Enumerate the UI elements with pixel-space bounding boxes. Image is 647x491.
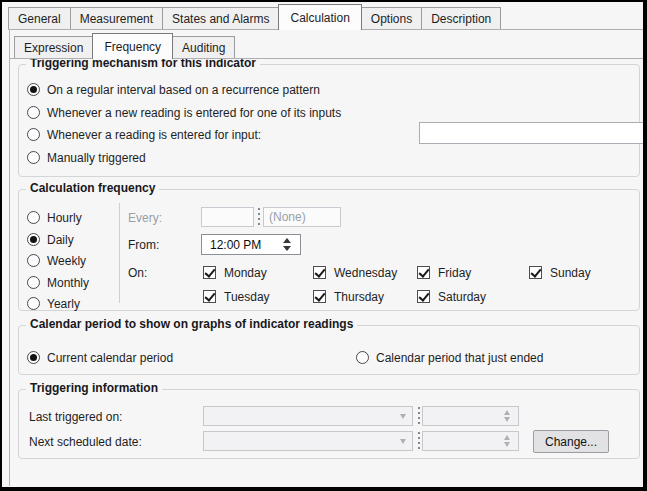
next-scheduled-label: Next scheduled date: [29,434,142,449]
checkbox-monday-row[interactable]: Monday [203,265,267,280]
checkbox-thursday-row[interactable]: Thursday [313,289,384,304]
main-tab-bar: General Measurement States and Alarms Ca… [8,4,643,29]
checkbox-friday-row[interactable]: Friday [417,265,471,280]
spin-up-icon[interactable] [283,238,291,243]
dotted-divider [258,208,260,226]
tab-states-and-alarms-label: States and Alarms [172,12,269,26]
checkbox-sunday[interactable] [529,266,542,279]
spin-up-icon [504,435,510,440]
radio-row-regular-interval[interactable]: On a regular interval based on a recurre… [27,82,320,97]
radio-label[interactable]: Current calendar period [47,351,173,365]
change-button[interactable]: Change... [533,430,609,453]
radio-label[interactable]: Whenever a new reading is entered for on… [47,106,341,120]
tab-auditing-label: Auditing [182,41,225,55]
from-label: From: [128,237,159,252]
checkbox-label[interactable]: Saturday [438,290,486,304]
tab-options-label: Options [371,12,412,26]
checkbox-saturday-row[interactable]: Saturday [417,289,486,304]
tab-measurement[interactable]: Measurement [70,7,163,29]
vertical-divider [119,203,120,303]
from-time-spinner[interactable]: 12:00 PM [201,234,301,255]
tab-frequency-label: Frequency [104,40,161,54]
radio-label[interactable]: Whenever a reading is entered for input: [47,128,261,142]
group-title: Calendar period to show on graphs of ind… [26,317,357,331]
tab-general-label: General [18,12,61,26]
spinner-arrows [504,432,510,450]
radio-row-current-period[interactable]: Current calendar period [27,350,173,365]
radio-label[interactable]: Hourly [47,211,82,225]
radio-period-just-ended[interactable] [356,351,369,364]
tab-general[interactable]: General [8,7,71,29]
input-reading-source-field[interactable] [419,122,643,144]
radio-row-daily[interactable]: Daily [27,232,74,247]
radio-regular-interval[interactable] [27,83,40,96]
checkbox-friday[interactable] [417,266,430,279]
from-label-text: From: [128,238,159,252]
next-scheduled-label-text: Next scheduled date: [29,435,142,449]
checkbox-sunday-row[interactable]: Sunday [529,265,591,280]
every-label-text: Every: [128,211,162,225]
next-scheduled-date-dropdown [203,431,413,451]
checkbox-tuesday[interactable] [203,290,216,303]
radio-current-period[interactable] [27,351,40,364]
sub-tab-bar: Expression Frequency Auditing [14,31,643,58]
checkbox-wednesday[interactable] [313,266,326,279]
radio-hourly[interactable] [27,211,40,224]
radio-reading-for-input[interactable] [27,128,40,141]
spin-down-icon [504,417,510,422]
checkbox-wednesday-row[interactable]: Wednesday [313,265,397,280]
checkbox-monday[interactable] [203,266,216,279]
radio-manually-triggered[interactable] [27,151,40,164]
radio-label[interactable]: On a regular interval based on a recurre… [47,83,320,97]
every-value-text [202,208,253,226]
radio-row-weekly[interactable]: Weekly [27,253,86,268]
checkbox-thursday[interactable] [313,290,326,303]
dotted-divider [418,407,420,425]
tab-options[interactable]: Options [361,7,422,29]
tab-calculation[interactable]: Calculation [278,4,361,30]
checkbox-label[interactable]: Wednesday [334,266,397,280]
radio-label[interactable]: Manually triggered [47,151,146,165]
radio-new-reading-any-input[interactable] [27,106,40,119]
checkbox-label[interactable]: Tuesday [224,290,270,304]
radio-row-manually-triggered[interactable]: Manually triggered [27,150,146,165]
tab-auditing[interactable]: Auditing [172,36,235,58]
radio-row-period-just-ended[interactable]: Calendar period that just ended [356,350,543,365]
radio-row-new-reading-any-input[interactable]: Whenever a new reading is entered for on… [27,105,341,120]
checkbox-label[interactable]: Friday [438,266,471,280]
radio-row-hourly[interactable]: Hourly [27,210,82,225]
radio-weekly[interactable] [27,254,40,267]
group-title: Triggering information [26,381,162,395]
radio-monthly[interactable] [27,276,40,289]
checkbox-label[interactable]: Thursday [334,290,384,304]
checkbox-tuesday-row[interactable]: Tuesday [203,289,270,304]
checkbox-label[interactable]: Sunday [550,266,591,280]
tab-states-and-alarms[interactable]: States and Alarms [162,7,279,29]
radio-label[interactable]: Calendar period that just ended [376,351,543,365]
radio-label[interactable]: Daily [47,233,74,247]
every-unit-text: (None) [264,208,340,226]
checkbox-label[interactable]: Monday [224,266,267,280]
dropdown-arrow-icon [400,432,406,450]
group-calculation-frequency: Calculation frequency Hourly Daily Weekl… [18,189,640,311]
spin-down-icon[interactable] [283,246,291,251]
group-calendar-period: Calendar period to show on graphs of ind… [18,325,640,375]
tab-calculation-label: Calculation [290,11,349,25]
on-label-text: On: [128,266,147,280]
tab-frequency[interactable]: Frequency [92,33,173,59]
radio-daily[interactable] [27,233,40,246]
checkbox-saturday[interactable] [417,290,430,303]
radio-row-monthly[interactable]: Monthly [27,275,89,290]
dialog-body: General Measurement States and Alarms Ca… [2,2,643,487]
radio-row-reading-for-input[interactable]: Whenever a reading is entered for input: [27,127,261,142]
radio-row-yearly[interactable]: Yearly [27,296,80,311]
radio-yearly[interactable] [27,297,40,310]
radio-label[interactable]: Monthly [47,276,89,290]
last-triggered-date-dropdown [203,406,413,426]
radio-label[interactable]: Weekly [47,254,86,268]
tab-measurement-label: Measurement [80,12,153,26]
next-scheduled-time-spinner [422,431,519,451]
tab-expression[interactable]: Expression [14,36,93,58]
radio-label[interactable]: Yearly [47,297,80,311]
tab-description[interactable]: Description [421,7,501,29]
